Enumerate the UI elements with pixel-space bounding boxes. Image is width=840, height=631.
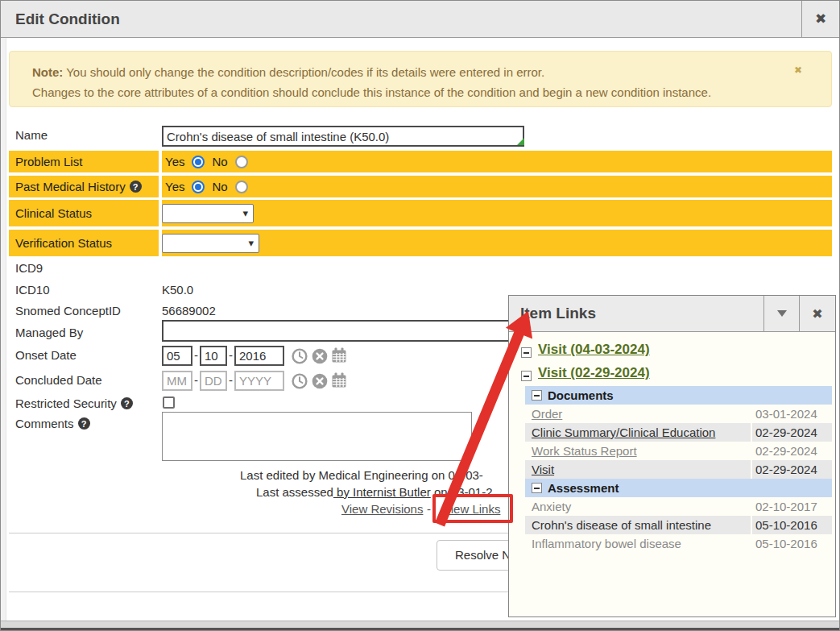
collapse-icon[interactable]	[521, 347, 532, 358]
visit-2-link[interactable]: Visit (02-29-2024)	[538, 365, 650, 380]
pmh-yes-label: Yes	[165, 180, 184, 193]
onset-year-input[interactable]	[234, 346, 284, 366]
visit-link-row: Visit (04-03-2024)	[538, 342, 650, 358]
clinical-status-label: Clinical Status	[15, 206, 92, 220]
left-gutter	[1, 38, 6, 621]
table-row: Visit 02-29-2024	[509, 460, 837, 479]
pmh-yes-radio[interactable]	[192, 181, 205, 193]
documents-section-header: Documents	[525, 386, 832, 405]
problem-list-label: Problem List	[15, 155, 82, 168]
item-links-title: Item Links	[520, 305, 596, 322]
table-row: Order 03-01-2024	[509, 405, 837, 423]
note-close-icon[interactable]: ✖	[794, 64, 802, 76]
visit-1-link[interactable]: Visit (04-03-2024)	[538, 342, 650, 357]
concluded-day-input[interactable]	[200, 371, 227, 391]
managed-by-label: Managed By	[15, 326, 83, 339]
comments-help-icon[interactable]: ?	[78, 417, 90, 430]
concluded-month-input[interactable]	[162, 371, 192, 391]
date-dash: -	[194, 348, 198, 362]
date-dash: -	[194, 373, 198, 387]
table-row: Crohn's disease of small intestine 05-10…	[509, 516, 837, 534]
assessment-item: Crohn's disease of small intestine	[525, 516, 751, 534]
table-row: Work Status Report 02-29-2024	[509, 442, 837, 460]
last-edited-text: Last edited by Medical Engineering on 04…	[240, 468, 483, 482]
problem-list-yes-label: Yes	[165, 155, 184, 168]
last-assessed-text: Last assessed by Internist Butler on 03-…	[256, 485, 493, 499]
clear-date-icon[interactable]	[312, 373, 328, 389]
concluded-year-input[interactable]	[234, 371, 284, 391]
view-revisions-link[interactable]: View Revisions	[341, 502, 423, 516]
problem-list-yes-radio[interactable]	[192, 156, 205, 168]
item-links-titlebar: Item Links ✖	[509, 296, 835, 332]
item-links-close-icon[interactable]: ✖	[799, 296, 835, 331]
dialog-footer	[1, 621, 839, 630]
problem-list-no-label: No	[212, 155, 227, 168]
comments-label: Comments ?	[15, 417, 90, 430]
last-assessed-by-link[interactable]: by Internist Butler	[333, 485, 431, 499]
document-link[interactable]: Work Status Report	[532, 444, 637, 458]
clinical-status-field-cell	[162, 200, 832, 226]
pmh-no-radio[interactable]	[235, 181, 248, 193]
name-resize-grip[interactable]	[517, 138, 524, 145]
clock-icon[interactable]	[292, 348, 308, 364]
pmh-field-cell: Yes No	[162, 176, 832, 197]
calendar-icon[interactable]	[331, 372, 347, 388]
problem-list-no-radio[interactable]	[235, 156, 248, 168]
item-links-popup: Item Links ✖ Visit (04-03-2024) Visit (0…	[508, 295, 836, 617]
collapse-icon[interactable]	[532, 483, 542, 493]
close-icon[interactable]: ✖	[801, 1, 839, 37]
note-label: Note:	[32, 65, 63, 79]
assessment-date: 05-10-2016	[752, 516, 832, 534]
name-input[interactable]	[162, 126, 524, 147]
comments-textarea[interactable]	[162, 412, 472, 461]
assessment-date: 05-10-2016	[752, 534, 832, 553]
assessment-item: Inflammatory bowel disease	[525, 534, 751, 553]
clock-icon[interactable]	[292, 373, 308, 389]
icd10-label: ICD10	[15, 283, 50, 297]
calendar-icon[interactable]	[331, 347, 347, 363]
icd9-label: ICD9	[15, 261, 43, 275]
document-date: 03-01-2024	[752, 405, 832, 423]
date-dash: -	[229, 373, 233, 387]
collapse-icon[interactable]	[521, 371, 532, 381]
item-links-dropdown-button[interactable]	[763, 296, 799, 331]
collapse-icon[interactable]	[532, 390, 542, 401]
pmh-label: Past Medical History	[15, 180, 126, 193]
clear-date-icon[interactable]	[312, 348, 328, 364]
verification-status-select[interactable]: ▾	[162, 234, 259, 253]
visit-link-row: Visit (02-29-2024)	[538, 365, 650, 381]
pmh-help-icon[interactable]: ?	[130, 181, 142, 193]
table-row: Clinic Summary/Clinical Education 02-29-…	[509, 423, 837, 442]
assessment-section-header: Assessment	[525, 479, 832, 497]
verification-status-field-cell	[162, 230, 832, 256]
date-dash: -	[229, 348, 233, 362]
pmh-label-cell: Past Medical History ?	[9, 176, 159, 197]
document-link[interactable]: Visit	[532, 463, 554, 476]
snomed-label: Snomed ConceptID	[15, 304, 121, 318]
assessment-date: 02-10-2017	[752, 497, 832, 516]
snomed-value: 56689002	[162, 304, 216, 318]
table-row: Anxiety 02-10-2017	[509, 497, 837, 516]
name-label: Name	[15, 128, 48, 142]
dialog-titlebar: Edit Condition ✖	[1, 1, 839, 38]
note-line1: Note: You should only change the conditi…	[32, 65, 544, 79]
clinical-status-select[interactable]: ▾	[162, 204, 254, 223]
document-link[interactable]: Order	[532, 407, 562, 421]
problem-list-label-cell: Problem List	[9, 151, 159, 172]
onset-day-input[interactable]	[200, 346, 227, 366]
onset-month-input[interactable]	[162, 346, 192, 366]
section-header-row: Documents	[509, 386, 837, 405]
verification-status-label-cell: Verification Status	[9, 230, 159, 256]
document-link[interactable]: Clinic Summary/Clinical Education	[532, 426, 715, 439]
verification-status-label: Verification Status	[15, 236, 112, 250]
edit-condition-dialog: Edit Condition ✖ Note: You should only c…	[0, 0, 840, 631]
view-links-link[interactable]: View Links	[443, 502, 500, 516]
chevron-down-icon: ▾	[248, 237, 254, 249]
section-header-row: Assessment	[509, 479, 837, 497]
restricted-security-help-icon[interactable]: ?	[121, 397, 133, 409]
onset-date-label: Onset Date	[15, 348, 77, 362]
dialog-title: Edit Condition	[15, 10, 120, 28]
restricted-security-checkbox[interactable]	[163, 396, 175, 409]
document-date: 02-29-2024	[752, 442, 832, 460]
assessment-item: Anxiety	[525, 497, 751, 516]
